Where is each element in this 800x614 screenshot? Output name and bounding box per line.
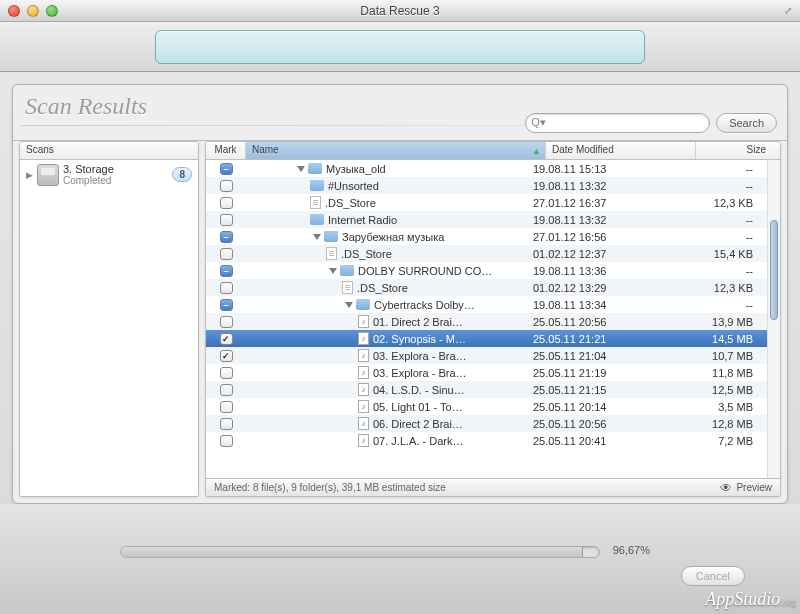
scroll-thumb[interactable] xyxy=(770,220,778,320)
minimize-icon[interactable] xyxy=(27,5,39,17)
mark-checkbox[interactable] xyxy=(220,435,233,447)
mark-checkbox[interactable] xyxy=(220,282,233,294)
sidebar-item-text: 3. Storage Completed xyxy=(63,163,168,186)
mark-checkbox[interactable] xyxy=(220,214,233,226)
table-row[interactable]: Internet Radio19.08.11 13:32-- xyxy=(206,211,767,228)
mark-checkbox[interactable] xyxy=(220,163,233,175)
results-panel: Mark Name ▲ Date Modified Size Музыка_ol… xyxy=(205,141,781,497)
file-date: 25.05.11 20:56 xyxy=(533,418,683,430)
file-name: 05. Light 01 - To… xyxy=(373,401,463,413)
mark-checkbox[interactable] xyxy=(220,197,233,209)
audio-icon: ♪ xyxy=(358,349,369,362)
disclosure-icon[interactable] xyxy=(329,268,337,274)
folder-icon xyxy=(356,299,370,310)
preview-button[interactable]: 👁 Preview xyxy=(720,481,772,495)
rows-container: Музыка_old19.08.11 15:13--#Unsorted19.08… xyxy=(206,160,767,478)
table-row[interactable]: .DS_Store01.02.12 13:2912,3 KB xyxy=(206,279,767,296)
file-date: 19.08.11 13:36 xyxy=(533,265,683,277)
file-name: 03. Explora - Bra… xyxy=(373,367,467,379)
file-size: 11,8 MB xyxy=(683,367,767,379)
table-row[interactable]: ♪03. Explora - Bra…25.05.11 21:1911,8 MB xyxy=(206,364,767,381)
mark-checkbox[interactable] xyxy=(220,248,233,260)
watermark: AppStudio.org xyxy=(705,589,796,610)
mark-checkbox[interactable] xyxy=(220,180,233,192)
disclosure-icon[interactable] xyxy=(345,302,353,308)
column-header: Mark Name ▲ Date Modified Size xyxy=(206,142,780,160)
file-size: 12,3 KB xyxy=(683,197,767,209)
mark-checkbox[interactable] xyxy=(220,231,233,243)
folder-icon xyxy=(310,180,324,191)
table-row[interactable]: ♪01. Direct 2 Brai…25.05.11 20:5613,9 MB xyxy=(206,313,767,330)
expand-icon[interactable]: ⤢ xyxy=(784,5,792,16)
panels: Scans ▶ 3. Storage Completed 8 xyxy=(19,141,781,497)
file-date: 25.05.11 21:19 xyxy=(533,367,683,379)
mark-checkbox[interactable] xyxy=(220,401,233,413)
mark-checkbox[interactable] xyxy=(220,367,233,379)
watermark-brand: AppStudio xyxy=(705,589,780,609)
mark-checkbox[interactable] xyxy=(220,418,233,430)
folder-icon xyxy=(340,265,354,276)
results-body: Музыка_old19.08.11 15:13--#Unsorted19.08… xyxy=(206,160,780,478)
zoom-icon[interactable] xyxy=(46,5,58,17)
file-size: -- xyxy=(683,180,767,192)
mark-checkbox[interactable] xyxy=(220,316,233,328)
file-size: 12,5 MB xyxy=(683,384,767,396)
file-date: 19.08.11 13:32 xyxy=(533,180,683,192)
table-row[interactable]: Зарубежная музыка27.01.12 16:56-- xyxy=(206,228,767,245)
file-name: #Unsorted xyxy=(328,180,379,192)
file-size: -- xyxy=(683,163,767,175)
table-row[interactable]: Музыка_old19.08.11 15:13-- xyxy=(206,160,767,177)
folder-icon xyxy=(310,214,324,225)
file-size: 7,2 MB xyxy=(683,435,767,447)
file-date: 25.05.11 21:21 xyxy=(533,333,683,345)
file-size: 13,9 MB xyxy=(683,316,767,328)
mark-checkbox[interactable] xyxy=(220,350,233,362)
search-input[interactable] xyxy=(525,113,710,133)
file-date: 25.05.11 21:15 xyxy=(533,384,683,396)
mark-checkbox[interactable] xyxy=(220,265,233,277)
col-date[interactable]: Date Modified xyxy=(546,142,696,159)
sort-asc-icon: ▲ xyxy=(532,146,541,156)
table-row[interactable]: ♪02. Synopsis - M…25.05.11 21:2114,5 MB xyxy=(206,330,767,347)
file-name: Cybertracks Dolby… xyxy=(374,299,475,311)
disclosure-icon[interactable]: ▶ xyxy=(26,170,33,180)
table-row[interactable]: .DS_Store27.01.12 16:3712,3 KB xyxy=(206,194,767,211)
mark-checkbox[interactable] xyxy=(220,299,233,311)
mark-checkbox[interactable] xyxy=(220,333,233,345)
table-row[interactable]: ♪04. L.S.D. - Sinu…25.05.11 21:1512,5 MB xyxy=(206,381,767,398)
window-title: Data Rescue 3 xyxy=(0,4,800,18)
progress-wrap xyxy=(120,546,600,560)
file-date: 25.05.11 20:56 xyxy=(533,316,683,328)
table-row[interactable]: ♪05. Light 01 - To…25.05.11 20:143,5 MB xyxy=(206,398,767,415)
table-row[interactable]: ♪06. Direct 2 Brai…25.05.11 20:5612,8 MB xyxy=(206,415,767,432)
file-size: 3,5 MB xyxy=(683,401,767,413)
document-icon xyxy=(310,196,321,209)
file-date: 25.05.11 20:14 xyxy=(533,401,683,413)
table-row[interactable]: #Unsorted19.08.11 13:32-- xyxy=(206,177,767,194)
sidebar-body: ▶ 3. Storage Completed 8 xyxy=(20,160,198,496)
file-date: 25.05.11 20:41 xyxy=(533,435,683,447)
scrollbar[interactable] xyxy=(767,160,780,478)
file-name: 04. L.S.D. - Sinu… xyxy=(373,384,465,396)
table-row[interactable]: ♪03. Explora - Bra…25.05.11 21:0410,7 MB xyxy=(206,347,767,364)
search-button[interactable]: Search xyxy=(716,113,777,133)
cancel-button[interactable]: Cancel xyxy=(681,566,745,586)
disclosure-icon[interactable] xyxy=(313,234,321,240)
file-date: 25.05.11 21:04 xyxy=(533,350,683,362)
mark-checkbox[interactable] xyxy=(220,384,233,396)
audio-icon: ♪ xyxy=(358,366,369,379)
search-wrap: Q▾ Search xyxy=(525,113,777,133)
table-row[interactable]: .DS_Store01.02.12 12:3715,4 KB xyxy=(206,245,767,262)
file-name: 01. Direct 2 Brai… xyxy=(373,316,463,328)
table-row[interactable]: Cybertracks Dolby…19.08.11 13:34-- xyxy=(206,296,767,313)
col-size[interactable]: Size xyxy=(696,142,780,159)
close-icon[interactable] xyxy=(8,5,20,17)
col-mark[interactable]: Mark xyxy=(206,142,246,159)
app-window: Data Rescue 3 ⤢ Scan Results Q▾ Search S… xyxy=(0,0,800,614)
col-name[interactable]: Name ▲ xyxy=(246,142,546,159)
disclosure-icon[interactable] xyxy=(297,166,305,172)
table-row[interactable]: ♪07. J.L.A. - Dark…25.05.11 20:417,2 MB xyxy=(206,432,767,449)
sidebar-item[interactable]: ▶ 3. Storage Completed 8 xyxy=(20,160,198,189)
table-row[interactable]: DOLBY SURROUND CO…19.08.11 13:36-- xyxy=(206,262,767,279)
results-header: Scan Results Q▾ Search xyxy=(13,85,787,141)
